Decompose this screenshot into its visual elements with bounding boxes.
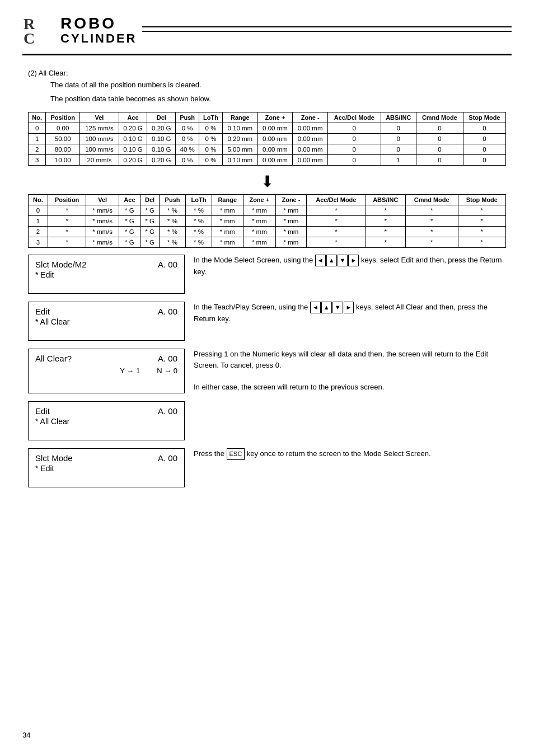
table-cell: 0 % xyxy=(199,144,223,155)
table-cell: 0.20 G xyxy=(147,123,176,134)
table-cell: 0.10 G xyxy=(147,134,176,144)
right-key: ► xyxy=(348,255,359,266)
header-line-bottom xyxy=(142,31,512,32)
table-cell: * mm/s xyxy=(86,216,119,227)
table-cell: * xyxy=(366,237,405,248)
table-row: 00.00125 mm/s0.20 G0.20 G0 %0 %0.10 mm0.… xyxy=(29,123,506,134)
table-cell: 0 xyxy=(416,123,463,134)
table-cell: 0.00 mm xyxy=(257,123,293,134)
table-cell: 0 xyxy=(416,134,463,144)
table-cell: * % xyxy=(160,227,186,237)
col-cmnd: Cmnd Mode xyxy=(416,112,463,123)
col-vel2: Vel xyxy=(86,195,119,205)
table-cell: * G xyxy=(119,237,140,248)
position-table-after: No. Position Vel Acc Dcl Push LoTh Range… xyxy=(28,194,506,248)
table-cell: 0 xyxy=(416,155,463,166)
table-cell: 0.00 mm xyxy=(257,155,293,166)
screen3-line1-row: All Clear? A. 00 xyxy=(35,354,177,363)
col-accdcl2: Acc/Dcl Mode xyxy=(306,195,366,205)
screen1-desc: In the Mode Select Screen, using the ◄▲▼… xyxy=(194,255,506,277)
table-cell: * mm xyxy=(243,205,275,216)
table-cell: * G xyxy=(119,205,140,216)
col-absinc2: ABS/INC xyxy=(366,195,405,205)
table-cell: * % xyxy=(160,237,186,248)
table-cell: * xyxy=(48,216,86,227)
col-acc2: Acc xyxy=(119,195,140,205)
section-desc1: The data of all the position numbers is … xyxy=(50,81,506,89)
nav-keys-2: ◄▲▼► xyxy=(310,302,354,313)
table-cell: * mm xyxy=(243,237,275,248)
down-arrow-icon: ⬇ xyxy=(261,172,274,191)
table-row: 2** mm/s* G* G* %* %* mm* mm* mm**** xyxy=(29,227,506,237)
table-cell: 10.00 xyxy=(46,155,80,166)
table-row: 150.00100 mm/s0.10 G0.10 G0 %0 %0.20 mm0… xyxy=(29,134,506,144)
table-cell: * mm/s xyxy=(86,237,119,248)
table-cell: * mm xyxy=(212,227,243,237)
table-cell: 2 xyxy=(29,227,48,237)
table-cell: 0 xyxy=(328,144,381,155)
table-cell: * xyxy=(306,237,366,248)
screen3-y: Y → 1 xyxy=(120,367,140,375)
table-cell: * mm xyxy=(276,237,307,248)
table-cell: 0 xyxy=(463,123,505,134)
screen4-star: * All Clear xyxy=(35,417,177,426)
table-cell: * % xyxy=(186,237,212,248)
table-cell: 3 xyxy=(29,155,46,166)
screen4-title: Edit xyxy=(35,406,50,416)
table-cell: 80.00 xyxy=(46,144,80,155)
table-cell: 3 xyxy=(29,237,48,248)
logo-text: ROBO CYLINDER xyxy=(60,15,137,46)
table-cell: * xyxy=(458,227,505,237)
table-cell: 0.10 mm xyxy=(222,155,257,166)
col-cmnd2: Cmnd Mode xyxy=(405,195,458,205)
table-row: 310.0020 mm/s0.20 G0.20 G0 %0 %0.10 mm0.… xyxy=(29,155,506,166)
table-cell: 20 mm/s xyxy=(80,155,119,166)
table-cell: 0.20 G xyxy=(119,123,147,134)
table-cell: 0 xyxy=(29,205,48,216)
screen3-title: All Clear? xyxy=(35,354,72,363)
table-cell: * xyxy=(458,205,505,216)
col-stop2: Stop Mode xyxy=(458,195,505,205)
page-header: R C ROBO CYLINDER xyxy=(22,11,512,55)
table-cell: 0.10 G xyxy=(119,144,147,155)
table-cell: 5.00 mm xyxy=(222,144,257,155)
screen3-n: N → 0 xyxy=(157,367,177,375)
table-cell: 0.00 xyxy=(46,123,80,134)
screen5-title: Slct Mode xyxy=(35,453,73,463)
col-zone-minus2: Zone - xyxy=(276,195,307,205)
table-cell: 0 % xyxy=(199,155,223,166)
table-cell: 0 xyxy=(381,123,416,134)
screen5-value: A. 00 xyxy=(158,453,177,463)
table-row: 0** mm/s* G* G* %* %* mm* mm* mm**** xyxy=(29,205,506,216)
table-cell: 0 xyxy=(29,123,46,134)
screen2-desc: In the Teach/Play Screen, using the ◄▲▼►… xyxy=(194,302,506,324)
screen-row-3: All Clear? A. 00 Y → 1 N → 0 Pressing 1 … xyxy=(28,349,506,393)
section-title: (2) All Clear: xyxy=(28,69,506,77)
table-row: 1** mm/s* G* G* %* %* mm* mm* mm**** xyxy=(29,216,506,227)
table-cell: * xyxy=(48,227,86,237)
table-cell: * mm xyxy=(276,216,307,227)
header-lines xyxy=(137,26,512,34)
table-cell: 0.10 G xyxy=(119,134,147,144)
screen5-desc: Press the ESC key once to return the scr… xyxy=(194,448,506,460)
table-cell: * xyxy=(405,205,458,216)
col-position: Position xyxy=(46,112,80,123)
table-cell: 0.00 mm xyxy=(293,134,328,144)
table-cell: 2 xyxy=(29,144,46,155)
screen-row-2: Edit A. 00 * All Clear In the Teach/Play… xyxy=(28,302,506,341)
screen4-line1-row: Edit A. 00 xyxy=(35,406,177,416)
esc-key-icon: ESC xyxy=(227,448,245,460)
table-cell: 0.10 G xyxy=(147,144,176,155)
table-cell: 0 xyxy=(381,134,416,144)
table-cell: * xyxy=(458,237,505,248)
table-cell: * mm xyxy=(212,216,243,227)
screen3-desc: Pressing 1 on the Numeric keys will clea… xyxy=(194,349,506,392)
col-absinc: ABS/INC xyxy=(381,112,416,123)
table-cell: * G xyxy=(119,227,140,237)
screen2-title: Edit xyxy=(35,307,50,316)
screen-box-5: Slct Mode A. 00 * Edit xyxy=(28,448,185,487)
table-cell: 0 xyxy=(463,134,505,144)
table-cell: * % xyxy=(186,216,212,227)
main-content: (2) All Clear: The data of all the posit… xyxy=(22,69,512,487)
table-cell: 0.00 mm xyxy=(257,134,293,144)
